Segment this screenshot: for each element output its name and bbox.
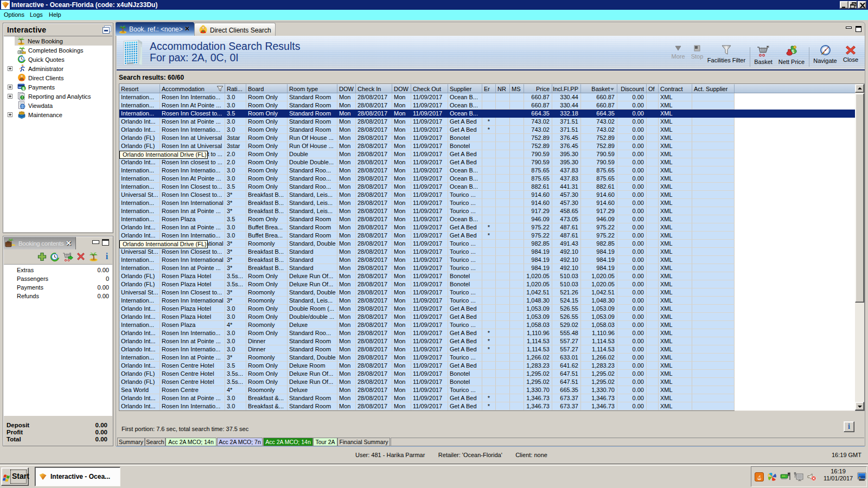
svg-text:$: $: [22, 86, 25, 91]
svg-text:!: !: [22, 95, 23, 99]
svg-text:i: i: [106, 252, 108, 261]
